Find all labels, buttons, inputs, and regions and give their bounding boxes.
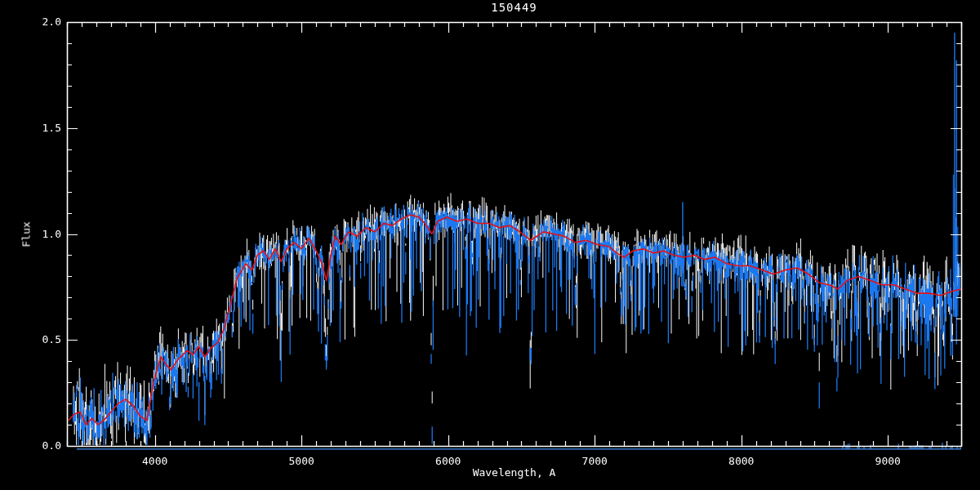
spectrum-plot-window: 150449 Wavelength, A Flux 40005000600070… <box>0 0 980 490</box>
y-tick-label: 0.5 <box>42 333 61 345</box>
y-tick-label: 1.5 <box>42 122 61 134</box>
spectrum-canvas <box>0 0 980 490</box>
y-tick-label: 0.0 <box>42 439 61 452</box>
x-tick-label: 9000 <box>875 455 901 467</box>
y-tick-label: 1.0 <box>42 228 61 240</box>
y-tick-label: 2.0 <box>42 16 61 28</box>
x-axis-label: Wavelength, A <box>473 466 556 479</box>
y-axis-label: Flux <box>20 221 33 247</box>
x-tick-label: 5000 <box>289 455 314 467</box>
chart-title: 150449 <box>491 1 537 14</box>
x-tick-label: 8000 <box>728 455 754 467</box>
x-tick-label: 7000 <box>582 455 608 467</box>
x-tick-label: 4000 <box>142 455 167 467</box>
x-tick-label: 6000 <box>435 455 461 467</box>
